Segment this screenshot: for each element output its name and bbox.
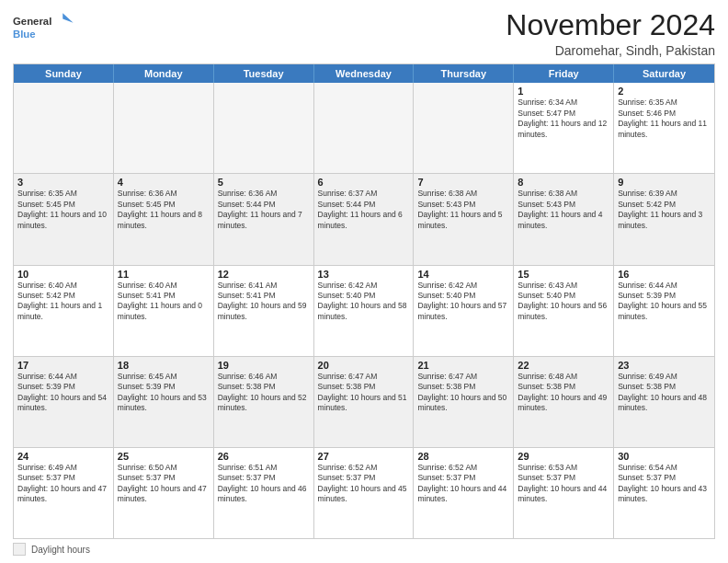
svg-marker-2 xyxy=(63,13,73,23)
weekday-header: Thursday xyxy=(414,64,514,83)
day-number: 30 xyxy=(618,451,711,462)
cell-info: Sunrise: 6:54 AM Sunset: 5:37 PM Dayligh… xyxy=(618,463,711,505)
calendar-cell: 10Sunrise: 6:40 AM Sunset: 5:42 PM Dayli… xyxy=(14,266,114,356)
title-block: November 2024 Daromehar, Sindh, Pakistan xyxy=(506,9,715,58)
day-number: 9 xyxy=(618,177,711,188)
day-number: 22 xyxy=(518,360,609,371)
day-number: 5 xyxy=(218,177,310,188)
calendar-body: 1Sunrise: 6:34 AM Sunset: 5:47 PM Daylig… xyxy=(14,83,714,538)
weekday-header: Tuesday xyxy=(214,64,314,83)
day-number: 1 xyxy=(518,86,609,97)
cell-info: Sunrise: 6:41 AM Sunset: 5:41 PM Dayligh… xyxy=(218,281,310,323)
cell-info: Sunrise: 6:52 AM Sunset: 5:37 PM Dayligh… xyxy=(417,463,509,505)
cell-info: Sunrise: 6:40 AM Sunset: 5:41 PM Dayligh… xyxy=(118,281,210,323)
cell-info: Sunrise: 6:47 AM Sunset: 5:38 PM Dayligh… xyxy=(417,372,509,414)
calendar-cell: 9Sunrise: 6:39 AM Sunset: 5:42 PM Daylig… xyxy=(614,174,714,264)
cell-info: Sunrise: 6:42 AM Sunset: 5:40 PM Dayligh… xyxy=(318,281,410,323)
cell-info: Sunrise: 6:36 AM Sunset: 5:45 PM Dayligh… xyxy=(118,189,210,231)
cell-info: Sunrise: 6:48 AM Sunset: 5:38 PM Dayligh… xyxy=(518,372,609,414)
day-number: 28 xyxy=(417,451,509,462)
calendar-cell: 16Sunrise: 6:44 AM Sunset: 5:39 PM Dayli… xyxy=(614,266,714,356)
page: General Blue November 2024 Daromehar, Si… xyxy=(0,0,728,563)
day-number: 8 xyxy=(518,177,609,188)
calendar-cell xyxy=(414,83,514,173)
calendar-row: 3Sunrise: 6:35 AM Sunset: 5:45 PM Daylig… xyxy=(14,174,714,265)
cell-info: Sunrise: 6:52 AM Sunset: 5:37 PM Dayligh… xyxy=(318,463,410,505)
day-number: 12 xyxy=(218,269,310,280)
svg-text:Blue: Blue xyxy=(13,29,36,40)
legend-box xyxy=(13,543,26,556)
legend-label: Daylight hours xyxy=(31,545,90,555)
day-number: 13 xyxy=(318,269,410,280)
calendar-cell: 2Sunrise: 6:35 AM Sunset: 5:46 PM Daylig… xyxy=(614,83,714,173)
cell-info: Sunrise: 6:44 AM Sunset: 5:39 PM Dayligh… xyxy=(618,281,711,323)
calendar-cell: 17Sunrise: 6:44 AM Sunset: 5:39 PM Dayli… xyxy=(14,357,114,447)
cell-info: Sunrise: 6:50 AM Sunset: 5:37 PM Dayligh… xyxy=(118,463,210,505)
calendar-cell: 12Sunrise: 6:41 AM Sunset: 5:41 PM Dayli… xyxy=(214,266,314,356)
calendar-cell: 15Sunrise: 6:43 AM Sunset: 5:40 PM Dayli… xyxy=(514,266,614,356)
cell-info: Sunrise: 6:35 AM Sunset: 5:46 PM Dayligh… xyxy=(618,98,711,140)
svg-text:General: General xyxy=(13,16,51,27)
location-title: Daromehar, Sindh, Pakistan xyxy=(506,43,715,58)
calendar-cell: 23Sunrise: 6:49 AM Sunset: 5:38 PM Dayli… xyxy=(614,357,714,447)
day-number: 26 xyxy=(218,451,310,462)
calendar-cell xyxy=(214,83,314,173)
cell-info: Sunrise: 6:37 AM Sunset: 5:44 PM Dayligh… xyxy=(318,189,410,231)
day-number: 23 xyxy=(618,360,711,371)
calendar-cell xyxy=(314,83,415,173)
day-number: 29 xyxy=(518,451,609,462)
calendar-cell: 24Sunrise: 6:49 AM Sunset: 5:37 PM Dayli… xyxy=(14,448,114,538)
calendar-cell: 21Sunrise: 6:47 AM Sunset: 5:38 PM Dayli… xyxy=(414,357,514,447)
day-number: 18 xyxy=(118,360,210,371)
calendar: SundayMondayTuesdayWednesdayThursdayFrid… xyxy=(13,63,715,539)
day-number: 4 xyxy=(118,177,210,188)
day-number: 7 xyxy=(417,177,509,188)
calendar-cell xyxy=(14,83,114,173)
day-number: 24 xyxy=(17,451,109,462)
calendar-cell: 29Sunrise: 6:53 AM Sunset: 5:37 PM Dayli… xyxy=(514,448,614,538)
day-number: 20 xyxy=(318,360,410,371)
calendar-header: SundayMondayTuesdayWednesdayThursdayFrid… xyxy=(14,64,714,83)
day-number: 21 xyxy=(417,360,509,371)
cell-info: Sunrise: 6:39 AM Sunset: 5:42 PM Dayligh… xyxy=(618,189,711,231)
cell-info: Sunrise: 6:42 AM Sunset: 5:40 PM Dayligh… xyxy=(417,281,509,323)
calendar-cell: 25Sunrise: 6:50 AM Sunset: 5:37 PM Dayli… xyxy=(114,448,214,538)
calendar-cell: 6Sunrise: 6:37 AM Sunset: 5:44 PM Daylig… xyxy=(314,174,415,264)
calendar-cell: 8Sunrise: 6:38 AM Sunset: 5:43 PM Daylig… xyxy=(514,174,614,264)
day-number: 15 xyxy=(518,269,609,280)
day-number: 3 xyxy=(17,177,109,188)
calendar-cell: 19Sunrise: 6:46 AM Sunset: 5:38 PM Dayli… xyxy=(214,357,314,447)
calendar-cell: 28Sunrise: 6:52 AM Sunset: 5:37 PM Dayli… xyxy=(414,448,514,538)
weekday-header: Saturday xyxy=(614,64,714,83)
cell-info: Sunrise: 6:38 AM Sunset: 5:43 PM Dayligh… xyxy=(518,189,609,231)
month-title: November 2024 xyxy=(506,9,715,41)
logo: General Blue xyxy=(13,9,77,46)
logo-svg: General Blue xyxy=(13,9,77,46)
day-number: 19 xyxy=(218,360,310,371)
day-number: 25 xyxy=(118,451,210,462)
day-number: 11 xyxy=(118,269,210,280)
calendar-cell: 5Sunrise: 6:36 AM Sunset: 5:44 PM Daylig… xyxy=(214,174,314,264)
weekday-header: Friday xyxy=(514,64,614,83)
legend: Daylight hours xyxy=(13,539,715,556)
cell-info: Sunrise: 6:38 AM Sunset: 5:43 PM Dayligh… xyxy=(417,189,509,231)
calendar-row: 10Sunrise: 6:40 AM Sunset: 5:42 PM Dayli… xyxy=(14,266,714,357)
cell-info: Sunrise: 6:45 AM Sunset: 5:39 PM Dayligh… xyxy=(118,372,210,414)
calendar-cell: 26Sunrise: 6:51 AM Sunset: 5:37 PM Dayli… xyxy=(214,448,314,538)
weekday-header: Wednesday xyxy=(314,64,415,83)
calendar-cell: 3Sunrise: 6:35 AM Sunset: 5:45 PM Daylig… xyxy=(14,174,114,264)
cell-info: Sunrise: 6:49 AM Sunset: 5:37 PM Dayligh… xyxy=(17,463,109,505)
cell-info: Sunrise: 6:36 AM Sunset: 5:44 PM Dayligh… xyxy=(218,189,310,231)
calendar-cell: 20Sunrise: 6:47 AM Sunset: 5:38 PM Dayli… xyxy=(314,357,415,447)
cell-info: Sunrise: 6:43 AM Sunset: 5:40 PM Dayligh… xyxy=(518,281,609,323)
weekday-header: Sunday xyxy=(14,64,114,83)
cell-info: Sunrise: 6:47 AM Sunset: 5:38 PM Dayligh… xyxy=(318,372,410,414)
cell-info: Sunrise: 6:49 AM Sunset: 5:38 PM Dayligh… xyxy=(618,372,711,414)
calendar-cell: 27Sunrise: 6:52 AM Sunset: 5:37 PM Dayli… xyxy=(314,448,415,538)
cell-info: Sunrise: 6:53 AM Sunset: 5:37 PM Dayligh… xyxy=(518,463,609,505)
day-number: 14 xyxy=(417,269,509,280)
calendar-cell: 22Sunrise: 6:48 AM Sunset: 5:38 PM Dayli… xyxy=(514,357,614,447)
day-number: 17 xyxy=(17,360,109,371)
calendar-row: 17Sunrise: 6:44 AM Sunset: 5:39 PM Dayli… xyxy=(14,357,714,448)
calendar-row: 1Sunrise: 6:34 AM Sunset: 5:47 PM Daylig… xyxy=(14,83,714,174)
